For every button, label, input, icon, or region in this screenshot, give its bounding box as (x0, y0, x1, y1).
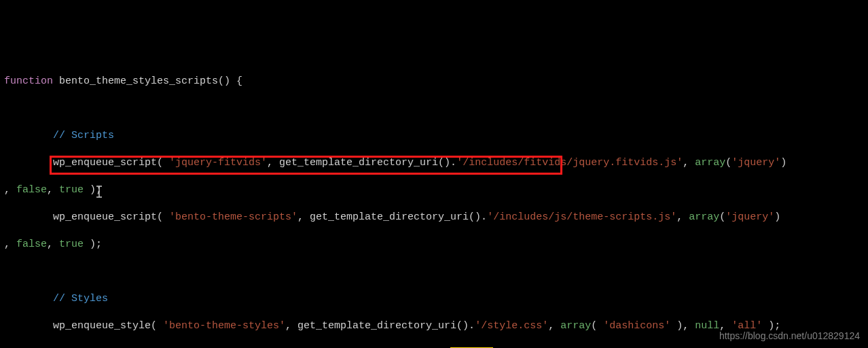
code-line (4, 265, 864, 279)
code-line: function bento_theme_styles_scripts() { (4, 75, 864, 88)
watermark: https://blog.csdn.net/u012829124 (719, 329, 860, 343)
code-line (4, 102, 864, 116)
code-line: // Styles (4, 292, 864, 306)
code-line: // Scripts (4, 129, 864, 143)
code-editor[interactable]: function bento_theme_styles_scripts() { … (0, 54, 868, 348)
code-line: , false, true ); (4, 238, 864, 251)
code-line: , false, true ); (4, 184, 864, 197)
code-line: wp_enqueue_script( 'bento-theme-scripts'… (4, 211, 864, 224)
comment: // Scripts (4, 130, 114, 141)
code-line: wp_enqueue_script( 'jquery-fitvids', get… (4, 156, 864, 170)
comment: // Styles (4, 293, 108, 304)
